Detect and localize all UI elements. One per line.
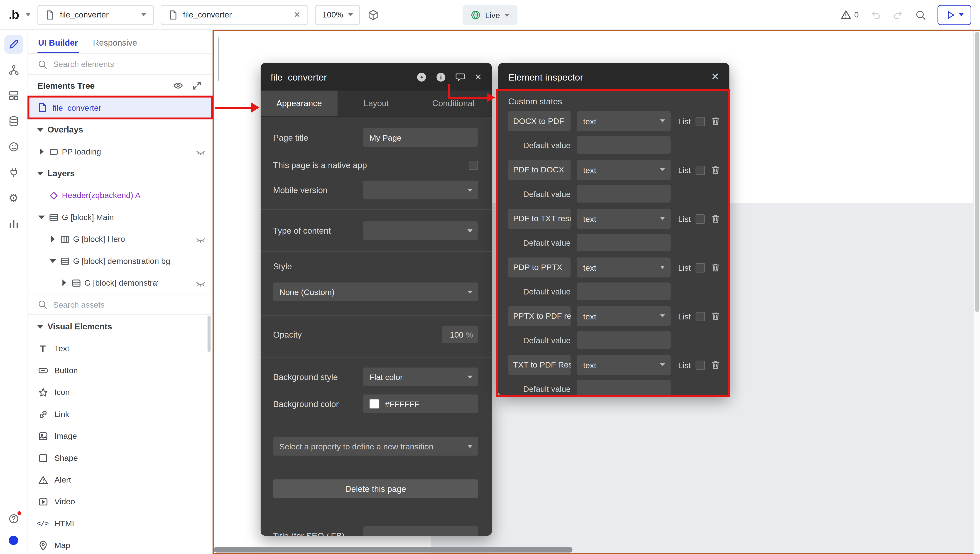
state-type-dropdown[interactable]: text [577,306,671,326]
default-value-input[interactable] [577,234,671,251]
state-type-dropdown[interactable]: text [577,355,671,375]
logs-tab-button[interactable] [4,214,23,233]
element-image[interactable]: Image [27,425,212,447]
account-status-dot[interactable] [9,536,18,545]
list-checkbox[interactable] [696,166,705,175]
element-inspector-header[interactable]: Element inspector ✕ [498,63,729,91]
vertical-scrollbar-thumb[interactable] [975,32,979,312]
opacity-input[interactable]: 100 % [442,326,478,343]
tab-appearance[interactable]: Appearance [261,91,338,116]
page-selector-dropdown[interactable]: file_converter [37,5,154,25]
delete-page-button[interactable]: Delete this page [273,479,478,498]
tab-layout[interactable]: Layout [338,91,415,116]
tree-item-file-converter[interactable]: file_converter [27,96,212,119]
tab-ui-builder[interactable]: UI Builder [37,32,78,53]
logo-menu-chevron-icon[interactable] [25,13,30,16]
close-tab-icon[interactable]: ✕ [294,11,301,19]
vertical-scrollbar-track[interactable] [973,30,980,554]
help-button[interactable] [4,509,23,528]
design-mode-button[interactable] [4,35,23,54]
background-style-dropdown[interactable]: Flat color [363,368,478,386]
trash-icon[interactable] [711,214,721,224]
sidebar-scrollbar[interactable] [208,315,211,352]
search-button[interactable] [915,9,926,21]
bubble-logo[interactable]: .b [9,8,19,22]
search-elements-input[interactable] [53,59,202,69]
seo-title-input[interactable] [363,526,478,536]
state-name[interactable]: PDF to DOCX [508,160,571,180]
plugins-tab-button[interactable] [4,163,23,182]
data-tab-button[interactable] [4,112,23,131]
state-type-dropdown[interactable]: text [577,209,671,229]
list-checkbox[interactable] [696,360,705,369]
element-map[interactable]: Map [27,535,212,554]
tree-item-header-element[interactable]: Header(zqbackend) A [27,185,212,206]
info-circle-icon[interactable] [436,72,447,82]
page-title-input[interactable]: My Page [363,128,478,147]
eye-icon[interactable] [173,81,183,91]
undo-button[interactable] [870,9,881,21]
hidden-eye-icon[interactable] [196,146,205,156]
tree-item-block-demo-bg[interactable]: G [block] demonstration bg [27,250,212,272]
component-library-button[interactable] [367,8,379,21]
element-icon[interactable]: Icon [27,381,212,403]
visual-elements-section[interactable]: Visual Elements [27,315,212,337]
element-html[interactable]: </> HTML [27,513,212,534]
style-dropdown[interactable]: None (Custom) [273,282,478,301]
horizontal-scrollbar-thumb[interactable] [214,547,572,552]
tree-item-block-hero[interactable]: G [block] Hero [27,228,212,250]
state-name[interactable]: PPTX to PDF res [508,306,571,326]
list-checkbox[interactable] [696,312,705,321]
native-app-checkbox[interactable] [469,161,478,170]
mobile-version-dropdown[interactable] [363,181,478,199]
element-text[interactable]: T Text [27,337,212,359]
close-icon[interactable]: ✕ [711,72,719,82]
trash-icon[interactable] [711,360,721,370]
trash-icon[interactable] [711,165,721,175]
property-editor-header[interactable]: file_converter ✕ [261,63,492,91]
trash-icon[interactable] [711,311,721,321]
hidden-eye-icon[interactable] [196,234,205,244]
redo-button[interactable] [892,9,904,21]
zoom-dropdown[interactable]: 100% [315,5,360,25]
default-value-input[interactable] [577,136,671,154]
issues-indicator[interactable]: 0 [840,9,859,20]
search-assets-input[interactable] [53,300,202,309]
open-page-tab[interactable]: file_converter ✕ [161,5,308,25]
state-name[interactable]: PDP to PPTX [508,258,571,277]
state-name[interactable]: PDF to TXT resu [508,209,571,229]
hidden-eye-icon[interactable] [196,278,205,288]
close-icon[interactable]: ✕ [474,73,482,81]
color-swatch[interactable] [369,399,379,409]
state-type-dropdown[interactable]: text [577,111,671,131]
styles-tab-button[interactable] [4,137,23,156]
tree-item-pp-loading[interactable]: PP loading [27,141,212,162]
list-checkbox[interactable] [696,214,705,223]
state-type-dropdown[interactable]: text [577,160,671,180]
settings-tab-button[interactable]: ⚙ [4,189,23,208]
element-shape[interactable]: Shape [27,447,212,469]
editor-canvas[interactable]: file_converter ✕ Appearance Layout Condi… [213,30,980,554]
tab-conditional[interactable]: Conditional [415,91,492,116]
default-value-input[interactable] [577,331,671,349]
preview-button[interactable] [937,5,971,25]
tab-responsive[interactable]: Responsive [92,32,138,53]
transition-dropdown[interactable]: Select a property to define a new transi… [273,437,478,456]
element-button[interactable]: Button [27,359,212,381]
tree-item-block-main[interactable]: G [block] Main [27,206,212,228]
type-of-content-dropdown[interactable] [363,221,478,240]
state-name[interactable]: TXT to PDF Res [508,355,571,375]
pages-button[interactable] [4,86,23,105]
preview-circle-icon[interactable] [417,72,427,82]
background-color-input[interactable]: #FFFFFF [363,394,478,413]
element-link[interactable]: Link [27,403,212,425]
list-checkbox[interactable] [696,263,705,272]
workflow-mode-button[interactable] [4,60,23,80]
state-type-dropdown[interactable]: text [577,258,671,277]
element-alert[interactable]: Alert [27,469,212,490]
expand-panel-icon[interactable] [192,81,202,91]
tree-item-block-demo[interactable]: G [block] demonstration [27,272,212,294]
list-checkbox[interactable] [696,116,705,126]
trash-icon[interactable] [711,263,721,272]
default-value-input[interactable] [577,380,671,396]
